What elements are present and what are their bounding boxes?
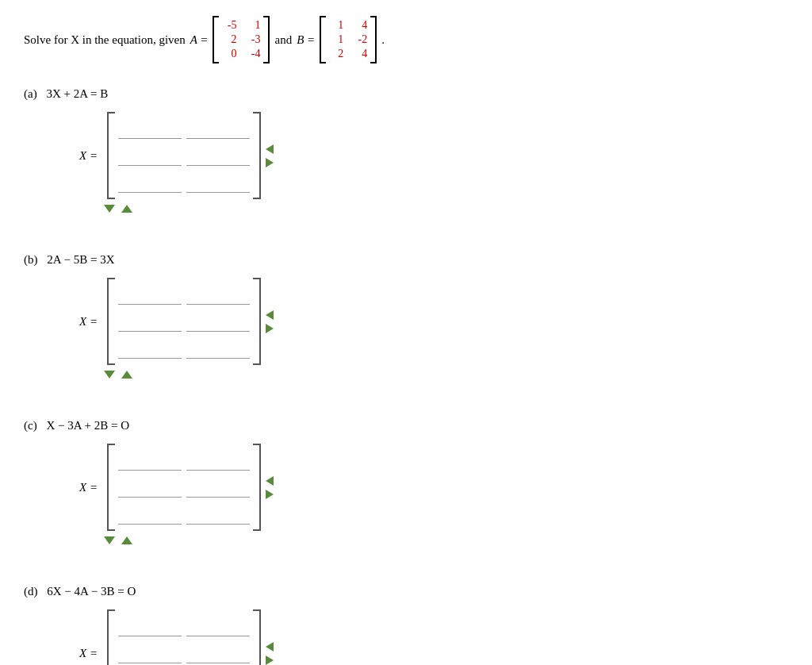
part-b-label: (b) 2A − 5B = 3X	[24, 253, 788, 267]
part-b-r3c2[interactable]	[186, 336, 250, 359]
part-c-r3c2[interactable]	[186, 502, 250, 525]
part-b-r2c1[interactable]	[118, 309, 182, 332]
part-d-right-arrow-btn[interactable]	[265, 655, 274, 666]
matrix-A-r2c1: 2	[222, 33, 236, 46]
part-a-letter: (a)	[24, 87, 37, 100]
part-c-container: X =	[63, 442, 788, 545]
matrix-A-r3c1: 0	[222, 48, 236, 60]
part-a-r2c2[interactable]	[186, 144, 250, 166]
part-c-bottom-arrows	[103, 536, 788, 545]
part-b-down-icon	[104, 371, 115, 379]
matrix-B-r2c1: 1	[329, 33, 343, 46]
part-c-left-arrow-icon	[266, 476, 274, 486]
part-b-matrix-wrapper	[107, 276, 274, 367]
part-b-up-btn[interactable]	[121, 370, 133, 379]
part-a-r2c1[interactable]	[118, 144, 182, 166]
part-a-section: (a) 3X + 2A = B X =	[24, 87, 788, 213]
part-a-r3c2[interactable]	[186, 171, 250, 193]
part-b-r2c2[interactable]	[186, 309, 250, 332]
part-d-r1c1[interactable]	[118, 614, 182, 636]
matrix-B-r3c1: 2	[329, 48, 343, 60]
part-a-x-row: X =	[79, 110, 788, 201]
part-d-label: (d) 6X − 4A − 3B = O	[24, 585, 788, 598]
part-b-right-arrow-btn[interactable]	[265, 323, 274, 334]
b-label: B =	[297, 33, 315, 47]
part-a-left-arrow-btn[interactable]	[265, 144, 274, 155]
part-c-r1c1[interactable]	[118, 448, 182, 471]
part-b-r1c1[interactable]	[118, 283, 182, 305]
part-d-right-arrow-icon	[266, 655, 274, 665]
part-a-r1c2[interactable]	[186, 117, 250, 139]
part-a-controls	[265, 144, 274, 168]
matrix-B-r1c1: 1	[329, 19, 343, 32]
part-a-r3c1[interactable]	[118, 171, 182, 193]
solve-text: Solve for X in the equation, given	[24, 33, 186, 47]
part-b-right-arrow-icon	[266, 324, 274, 333]
part-d-left-arrow-icon	[266, 642, 274, 652]
part-a-x-label: X =	[79, 149, 98, 163]
part-a-r1c1[interactable]	[118, 117, 182, 139]
part-c-letter: (c)	[24, 419, 37, 432]
part-d-matrix-wrapper	[107, 608, 274, 665]
part-c-down-btn[interactable]	[103, 536, 116, 545]
period: .	[381, 33, 385, 47]
matrix-A-display: -5 1 2 -3 0 -4	[213, 16, 270, 63]
part-a-up-btn[interactable]	[121, 204, 133, 213]
part-c-label: (c) X − 3A + 2B = O	[24, 419, 788, 432]
part-b-down-btn[interactable]	[103, 370, 116, 379]
part-d-x-label: X =	[79, 647, 98, 660]
part-c-r1c2[interactable]	[186, 448, 250, 471]
part-d-input-cells	[115, 608, 253, 665]
part-b-x-label: X =	[79, 315, 98, 329]
part-c-r3c1[interactable]	[118, 502, 182, 525]
part-d-x-row: X =	[79, 608, 788, 665]
part-a-bottom-arrows	[103, 204, 788, 213]
part-b-bottom-arrows	[103, 370, 788, 379]
part-b-r3c1[interactable]	[118, 336, 182, 359]
part-c-up-icon	[121, 536, 132, 544]
part-a-right-arrow-btn[interactable]	[265, 157, 274, 168]
part-c-down-icon	[104, 536, 115, 544]
matrix-A-values: -5 1 2 -3 0 -4	[220, 16, 262, 63]
part-c-r2c1[interactable]	[118, 475, 182, 498]
part-d-controls	[265, 641, 274, 666]
part-c-x-label: X =	[79, 481, 98, 494]
part-c-input-cells	[115, 442, 253, 532]
part-c-left-arrow-btn[interactable]	[265, 475, 274, 486]
matrix-A-r2c2: -3	[246, 33, 260, 46]
part-c-right-arrow-btn[interactable]	[265, 489, 274, 500]
part-c-right-arrow-icon	[266, 490, 274, 499]
part-b-r1c2[interactable]	[186, 283, 250, 305]
part-d-left-arrow-btn[interactable]	[265, 641, 274, 652]
part-d-r2c2[interactable]	[186, 641, 250, 663]
part-d-r2c1[interactable]	[118, 641, 182, 663]
matrix-A-bracket-right	[263, 16, 270, 63]
part-d-r1c2[interactable]	[186, 614, 250, 636]
part-a-container: X =	[63, 110, 788, 213]
part-b-up-icon	[121, 371, 132, 379]
part-b-left-arrow-btn[interactable]	[265, 309, 274, 321]
part-c-up-btn[interactable]	[121, 536, 133, 545]
part-c-equation: X − 3A + 2B = O	[46, 419, 129, 432]
matrix-B-bracket-right	[370, 16, 377, 63]
part-d-equation: 6X − 4A − 3B = O	[47, 585, 136, 598]
part-c-r2c2[interactable]	[186, 475, 250, 498]
and-text: and	[274, 33, 292, 47]
matrix-B-r3c2: 4	[353, 48, 367, 60]
matrix-A-r1c2: 1	[246, 19, 260, 32]
matrix-B-r1c2: 4	[353, 19, 367, 32]
part-c-controls	[265, 475, 274, 500]
part-c-section: (c) X − 3A + 2B = O X =	[24, 419, 788, 545]
part-b-input-cells	[115, 276, 253, 367]
part-b-x-row: X =	[79, 276, 788, 367]
part-d-bracket-left	[107, 609, 115, 665]
part-b-container: X =	[63, 276, 788, 379]
matrix-A-r1c1: -5	[222, 19, 236, 32]
a-label: A =	[190, 33, 209, 47]
part-b-bracket-right	[253, 278, 261, 365]
part-a-matrix-wrapper	[107, 110, 274, 201]
part-a-right-arrow-icon	[266, 158, 274, 167]
part-a-down-btn[interactable]	[103, 204, 116, 213]
matrix-A-bracket-left	[213, 16, 219, 63]
matrix-A-r3c2: -4	[246, 48, 260, 60]
